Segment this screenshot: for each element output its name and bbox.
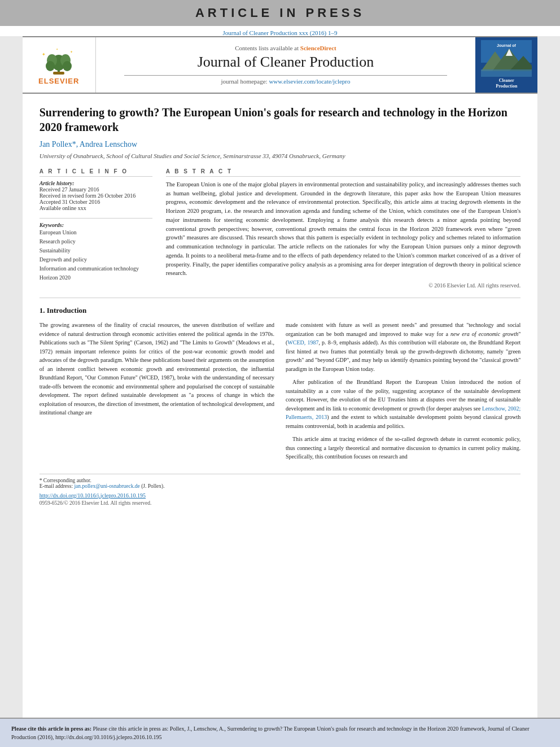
intro-heading: 1. Introduction xyxy=(40,306,521,315)
citation-box: Please cite this article in press as: Pl… xyxy=(0,718,560,747)
article-in-press-banner: ARTICLE IN PRESS xyxy=(0,0,560,26)
affiliation: University of Osnabrueck, School of Cult… xyxy=(40,152,521,159)
footnote-section: * Corresponding author. E-mail address: … xyxy=(40,474,521,506)
keyword-3: Sustainability xyxy=(40,246,152,255)
intro-col1-p1: The growing awareness of the finality of… xyxy=(40,321,274,417)
history-label: Article history: xyxy=(40,180,152,186)
authors: Jan Pollex*, Andrea Lenschow xyxy=(40,140,521,149)
copyright-line: © 2016 Elsevier Ltd. All rights reserved… xyxy=(166,282,521,289)
keyword-4: Degrowth and policy xyxy=(40,255,152,264)
abstract-heading: A B S T R A C T xyxy=(166,168,521,177)
svg-text:✦: ✦ xyxy=(42,52,46,57)
received-date: Received 27 January 2016 xyxy=(40,186,152,193)
available-online: Available online xxx xyxy=(40,205,152,211)
revised-date: Received in revised form 26 October 2016 xyxy=(40,193,152,199)
badge-mountain-icon: Journal of xyxy=(481,40,532,77)
abstract-col: A B S T R A C T The European Union is on… xyxy=(166,168,521,289)
keywords-list: European Union Research policy Sustainab… xyxy=(40,228,152,282)
keyword-6: Horizon 2020 xyxy=(40,273,152,282)
keyword-1: European Union xyxy=(40,228,152,237)
cleaner-production-badge-section: Journal of Cleaner Production xyxy=(475,37,537,93)
svg-rect-16 xyxy=(481,69,532,77)
article-history: Article history: Received 27 January 201… xyxy=(40,180,152,211)
intro-col-2: made consistent with future as well as p… xyxy=(286,321,520,466)
elsevier-label: ELSEVIER xyxy=(38,77,79,85)
journal-header-center: Contents lists available at ScienceDirec… xyxy=(96,37,476,93)
journal-link-line: Journal of Cleaner Production xxx (2016)… xyxy=(0,26,560,36)
main-content: Surrendering to growth? The European Uni… xyxy=(23,94,538,718)
intro-col2-p1: made consistent with future as well as p… xyxy=(286,321,520,373)
section-divider-1 xyxy=(40,298,521,298)
contents-available-line: Contents lists available at ScienceDirec… xyxy=(235,45,336,51)
svg-text:✦: ✦ xyxy=(56,48,58,51)
intro-col2-p2: After publication of the Brundtland Repo… xyxy=(286,378,520,430)
article-info-heading: A R T I C L E I N F O xyxy=(40,168,152,177)
keywords-label: Keywords: xyxy=(40,222,152,228)
svg-point-4 xyxy=(46,61,55,71)
badge-text: Cleaner Production xyxy=(496,78,517,90)
banner-text: ARTICLE IN PRESS xyxy=(195,6,365,20)
author-email[interactable]: jan.pollex@uni-osnabrueck.de xyxy=(74,483,139,489)
corresponding-author-label: * Corresponding author. xyxy=(40,478,521,483)
intro-col-1: The growing awareness of the finality of… xyxy=(40,321,274,466)
intro-body: The growing awareness of the finality of… xyxy=(40,321,521,466)
keywords-block: Keywords: European Union Research policy… xyxy=(40,218,152,282)
intro-col2-p3: This article aims at tracing evidence of… xyxy=(286,435,520,461)
issn-line: 0959-6526/© 2016 Elsevier Ltd. All right… xyxy=(40,500,521,506)
article-title: Surrendering to growth? The European Uni… xyxy=(40,105,521,134)
svg-point-5 xyxy=(63,61,72,71)
info-abstract-section: A R T I C L E I N F O Article history: R… xyxy=(40,168,521,289)
journal-issue-text: Journal of Cleaner Production xxx (2016)… xyxy=(223,29,338,36)
please-cite-label: Please cite this article in press as: xyxy=(11,726,93,732)
keyword-2: Research policy xyxy=(40,237,152,246)
svg-text:Journal of: Journal of xyxy=(497,43,517,47)
svg-rect-6 xyxy=(53,72,64,75)
article-info-col: A R T I C L E I N F O Article history: R… xyxy=(40,168,152,289)
email-line: E-mail address: jan.pollex@uni-osnabruec… xyxy=(40,483,521,489)
homepage-line: journal homepage: www.elsevier.com/locat… xyxy=(221,78,351,85)
abstract-text: The European Union is one of the major g… xyxy=(166,180,521,278)
journal-title: Journal of Cleaner Production xyxy=(198,54,374,71)
sciencedirect-link[interactable]: ScienceDirect xyxy=(300,45,336,51)
elsevier-tree-icon: ✦ ✦ ✦ xyxy=(36,45,81,76)
header-divider xyxy=(124,75,447,76)
doi-link[interactable]: http://dx.doi.org/10.1016/j.jclepro.2016… xyxy=(40,492,521,499)
elsevier-logo-section: ✦ ✦ ✦ ELSEVIER xyxy=(23,37,96,93)
homepage-link[interactable]: www.elsevier.com/locate/jclepro xyxy=(269,78,350,85)
keyword-5: Information and communication technology xyxy=(40,264,152,273)
journal-header: ✦ ✦ ✦ ELSEVIER Contents lists available … xyxy=(23,36,538,94)
svg-text:✦: ✦ xyxy=(70,50,73,54)
accepted-date: Accepted 31 October 2016 xyxy=(40,199,152,205)
